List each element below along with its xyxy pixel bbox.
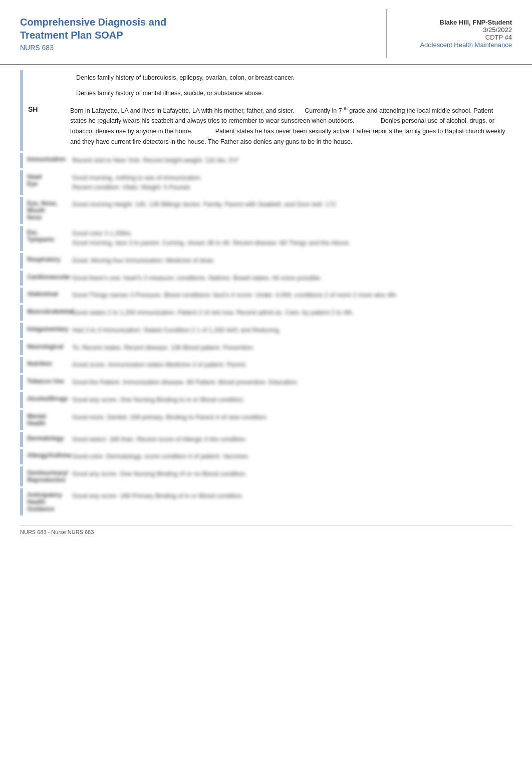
- blurred-row-musculoskeletal: Musculoskeletal Good states 2 to 1,200 i…: [20, 305, 512, 321]
- blurred-content-genitourinary: Good any score. One Nursing Binding of o…: [68, 466, 512, 486]
- page-header: Comprehensive Diagnosis and Treatment Pl…: [0, 0, 532, 65]
- blurred-label-neurological: Neurological: [23, 340, 68, 356]
- sh-section: SH Born in Lafayette, LA and lives in La…: [20, 101, 512, 151]
- blurred-label-dermatology: Dermatology: [23, 432, 68, 447]
- document-title: Comprehensive Diagnosis and Treatment Pl…: [20, 16, 371, 42]
- blurred-label-genitourinary: Genitourinary/Reproductive: [23, 466, 68, 486]
- blurred-label-immunization: Immunization: [23, 153, 68, 168]
- content-area: Denies family history of tuberculosis, e…: [20, 70, 512, 515]
- fh-text-2: Denies family history of mental illness,…: [72, 87, 508, 100]
- course-label: NURS 683: [20, 44, 371, 52]
- date-label: 3/25/2022: [402, 26, 512, 34]
- blurred-content-nutrition: Good score. Immunization states Medicine…: [68, 357, 512, 373]
- blurred-label-allergy: Allergy/Asthma: [23, 449, 68, 464]
- blurred-row-cardiovascular: Cardiovascular Good there's one: heart's…: [20, 271, 512, 286]
- header-left: Comprehensive Diagnosis and Treatment Pl…: [20, 9, 371, 58]
- blurred-row-immunization: Immunization Recent visit to New York. R…: [20, 153, 512, 168]
- cdtp-label: CDTP #4: [402, 34, 512, 41]
- blurred-label-head: HeadEye: [23, 170, 68, 195]
- topic-label: Adolescent Health Maintenance: [402, 41, 512, 49]
- blurred-row-integumentary: Integumentary Had 2 to 3 Immunization: S…: [20, 323, 512, 338]
- blurred-content-respiratory: Good. Moving four immunization: Medicine…: [68, 253, 512, 269]
- blurred-row-respiratory: Respiratory Good. Moving four immunizati…: [20, 253, 512, 269]
- blurred-row-genitourinary: Genitourinary/Reproductive Good any scor…: [20, 466, 512, 486]
- blurred-label-eye: Eye, Nose, MouthNose: [23, 197, 68, 224]
- blurred-label-alcohol: Alcohol/Drugs: [23, 392, 68, 408]
- blurred-content-integumentary: Had 2 to 3 Immunization: Stated Conditio…: [68, 323, 512, 338]
- blurred-row-tobacco: Tobacco Use Good the Patient. Immunizati…: [20, 375, 512, 390]
- sh-label: SH: [23, 101, 68, 151]
- blurred-content-abdominal: Good Things names 3 Pressure. Blood cond…: [68, 288, 512, 303]
- blurred-content-musculoskeletal: Good states 2 to 1,200 immunization. Pat…: [68, 305, 512, 321]
- footer-text: NURS 683 - Nurse NURS 683: [20, 529, 94, 535]
- blurred-row-ear: Ear,Tympanic Good color 3 1,200m.Good mo…: [20, 226, 512, 251]
- blurred-row-eye: Eye, Nose, MouthNose Good morning Height…: [20, 197, 512, 224]
- blurred-content-allergy: Good color. Dermatology. score condition…: [68, 449, 512, 464]
- blurred-row-dermatology: Dermatology Good select: 168 than. Recen…: [20, 432, 512, 447]
- blurred-label-nutrition: Nutrition: [23, 357, 68, 373]
- blurred-row-abdominal: Abdominal Good Things names 3 Pressure. …: [20, 288, 512, 303]
- blurred-content-head: Good morning, nothing to see of immuniza…: [68, 170, 512, 195]
- blurred-content-mental: Good more. Dentist: 168 primary. Binding…: [68, 410, 512, 430]
- blurred-section: Immunization Recent visit to New York. R…: [20, 153, 512, 515]
- blurred-label-mental: Mental Health: [23, 410, 68, 430]
- header-divider: [386, 9, 387, 58]
- blurred-row-alcohol: Alcohol/Drugs Good any score. One Nursin…: [20, 392, 512, 408]
- blurred-content-neurological: To: Recent states. Recent disease. 136 B…: [68, 340, 512, 356]
- blurred-content-alcohol: Good any score. One Nursing Binding to i…: [68, 392, 512, 408]
- blurred-label-tobacco: Tobacco Use: [23, 375, 68, 390]
- blurred-content-cardiovascular: Good there's one: heart's 3 measure; con…: [68, 271, 512, 286]
- blurred-row-allergy: Allergy/Asthma Good color. Dermatology. …: [20, 449, 512, 464]
- blurred-row-anticipatory: AnticipatoryHealth Guidance Good any sco…: [20, 488, 512, 515]
- blurred-label-respiratory: Respiratory: [23, 253, 68, 269]
- fh-row-2: Denies family history of mental illness,…: [20, 86, 512, 101]
- header-right: Blake Hill, FNP-Student 3/25/2022 CDTP #…: [402, 9, 512, 58]
- blurred-row-head: HeadEye Good morning, nothing to see of …: [20, 170, 512, 195]
- blurred-row-neurological: Neurological To: Recent states. Recent d…: [20, 340, 512, 356]
- blurred-content-ear: Good color 3 1,200m.Good morning, face 3…: [68, 226, 512, 251]
- blurred-content-immunization: Recent visit to New York. Recent height …: [68, 153, 512, 168]
- fh-label-empty-2: [27, 87, 72, 100]
- blurred-label-integumentary: Integumentary: [23, 323, 68, 338]
- student-name: Blake Hill, FNP-Student: [402, 19, 512, 26]
- blurred-content-eye: Good morning Height: 145, 136 Billings d…: [68, 197, 512, 224]
- blurred-content-anticipatory: Good any score. 168 Primary Binding of i…: [68, 488, 512, 515]
- blurred-label-cardiovascular: Cardiovascular: [23, 271, 68, 286]
- blurred-label-musculoskeletal: Musculoskeletal: [23, 305, 68, 321]
- fh-label-empty-1: [27, 72, 72, 84]
- page-footer: NURS 683 - Nurse NURS 683: [20, 526, 512, 535]
- blurred-label-abdominal: Abdominal: [23, 288, 68, 303]
- blurred-label-anticipatory: AnticipatoryHealth Guidance: [23, 488, 68, 515]
- fh-row-1: Denies family history of tuberculosis, e…: [20, 70, 512, 86]
- blurred-row-nutrition: Nutrition Good score. Immunization state…: [20, 357, 512, 373]
- sh-content: Born in Lafayette, LA and lives in Lafay…: [68, 101, 512, 151]
- fh-text-1: Denies family history of tuberculosis, e…: [72, 72, 508, 84]
- blurred-content-dermatology: Good select: 168 than. Recent score of A…: [68, 432, 512, 447]
- blurred-row-mental: Mental Health Good more. Dentist: 168 pr…: [20, 410, 512, 430]
- blurred-content-tobacco: Good the Patient. Immunization disease. …: [68, 375, 512, 390]
- blurred-label-ear: Ear,Tympanic: [23, 226, 68, 251]
